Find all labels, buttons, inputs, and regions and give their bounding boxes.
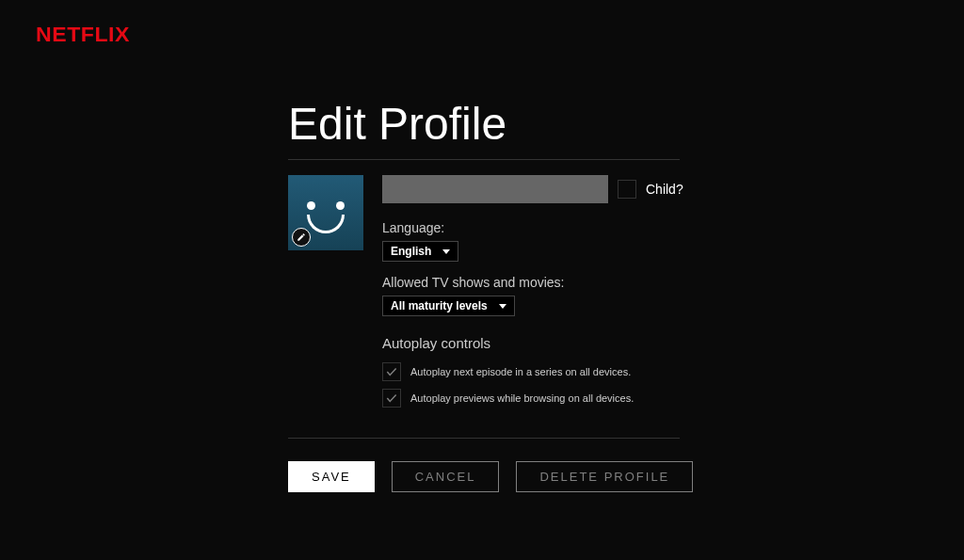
check-icon <box>385 365 398 378</box>
divider <box>288 438 680 439</box>
autoplay-next-episode-label: Autoplay next episode in a series on all… <box>410 366 631 377</box>
maturity-dropdown[interactable]: All maturity levels <box>382 296 515 316</box>
language-label: Language: <box>382 220 964 235</box>
maturity-label: Allowed TV shows and movies: <box>382 275 964 290</box>
child-checkbox[interactable] <box>618 180 636 199</box>
page-title: Edit Profile <box>288 98 680 160</box>
chevron-down-icon <box>499 304 506 309</box>
maturity-selected: All maturity levels <box>391 299 488 312</box>
pencil-icon <box>297 232 306 242</box>
chevron-down-icon <box>442 249 450 254</box>
delete-profile-button[interactable]: DELETE PROFILE <box>516 461 693 492</box>
autoplay-next-episode-checkbox[interactable] <box>382 362 401 381</box>
save-button[interactable]: SAVE <box>288 461 375 492</box>
netflix-logo[interactable]: NETFLIX <box>36 23 964 47</box>
child-label: Child? <box>646 182 683 197</box>
autoplay-previews-label: Autoplay previews while browsing on all … <box>410 392 634 404</box>
cancel-button[interactable]: CANCEL <box>392 461 500 492</box>
language-selected: English <box>391 245 431 258</box>
profile-name-input[interactable] <box>382 175 608 203</box>
check-icon <box>385 392 398 405</box>
language-dropdown[interactable]: English <box>382 241 458 262</box>
autoplay-previews-checkbox[interactable] <box>382 389 401 408</box>
avatar <box>288 175 363 250</box>
edit-avatar-button[interactable] <box>292 228 311 247</box>
autoplay-header: Autoplay controls <box>382 335 964 351</box>
